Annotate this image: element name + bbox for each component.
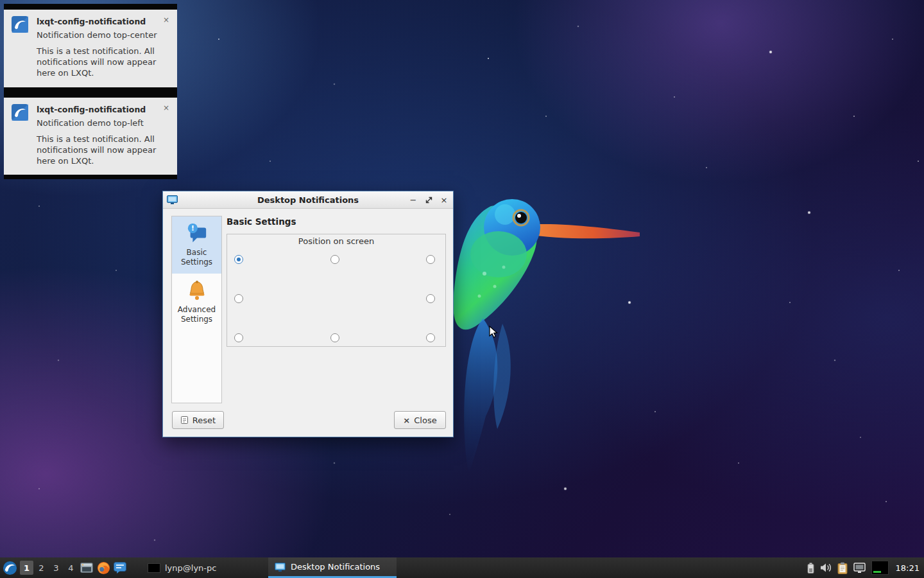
desktop-notifications-window: Desktop Notifications − × ! Basic Settin… <box>162 191 454 437</box>
task-button-terminal[interactable]: lynp@lyn-pc <box>142 557 221 578</box>
quicklaunch-firefox-button[interactable] <box>95 557 112 578</box>
battery-indicator-icon[interactable] <box>807 563 814 574</box>
radio-bottom-center[interactable] <box>330 333 339 342</box>
restore-icon <box>425 197 432 204</box>
display-settings-icon[interactable] <box>853 563 866 574</box>
volume-icon[interactable] <box>820 563 832 573</box>
restore-button[interactable] <box>424 195 434 205</box>
window-icon <box>167 195 178 204</box>
notification-stack: lxqt-config-notificationd × Notification… <box>4 4 177 179</box>
workspace-4-button[interactable]: 4 <box>64 561 78 575</box>
notification-card[interactable]: lxqt-config-notificationd × Notification… <box>4 4 177 92</box>
sidebar-item-advanced-settings[interactable]: Advanced Settings <box>172 274 221 331</box>
app-menu-button[interactable] <box>0 557 19 578</box>
mouse-cursor <box>486 324 499 338</box>
task-label: Desktop Notifications <box>291 562 380 572</box>
sidebar-item-label: Advanced Settings <box>178 305 216 324</box>
close-icon: × <box>403 416 410 425</box>
lxqt-logo-icon <box>3 561 17 575</box>
advanced-settings-bell-icon <box>186 279 208 301</box>
reset-icon <box>180 416 189 425</box>
system-tray: 18:21 <box>807 557 924 578</box>
close-dialog-button[interactable]: × Close <box>394 411 446 429</box>
settings-sidebar: ! Basic Settings Advanced Settings <box>171 216 222 403</box>
reset-button-label: Reset <box>193 416 216 425</box>
basic-settings-icon: ! <box>186 222 208 244</box>
sidebar-item-label: Basic Settings <box>181 248 212 267</box>
minimize-button[interactable]: − <box>408 195 418 205</box>
lxqt-app-icon <box>11 103 29 121</box>
radio-bottom-left[interactable] <box>234 333 243 342</box>
notification-summary: Notification demo top-center <box>37 30 170 40</box>
section-title: Basic Settings <box>227 216 296 227</box>
radio-top-left[interactable] <box>234 255 243 264</box>
wallpaper-stars <box>0 0 1 1</box>
position-on-screen-group: Position on screen <box>227 234 446 347</box>
radio-middle-left[interactable] <box>234 294 243 303</box>
workspace-2-button[interactable]: 2 <box>35 561 48 575</box>
notification-summary: Notification demo top-left <box>37 118 170 128</box>
chat-icon <box>114 562 126 574</box>
titlebar[interactable]: Desktop Notifications − × <box>163 191 453 209</box>
terminal-icon <box>80 563 93 573</box>
taskbar-clock[interactable]: 18:21 <box>896 563 920 573</box>
notification-app-name: lxqt-config-notificationd <box>37 15 160 26</box>
notification-close-icon[interactable]: × <box>162 15 170 24</box>
radio-top-right[interactable] <box>426 255 435 264</box>
reset-button[interactable]: Reset <box>172 411 224 429</box>
window-icon <box>275 563 286 572</box>
radio-bottom-right[interactable] <box>426 333 435 342</box>
hummingbird-wallpaper-art <box>446 190 648 479</box>
notification-card[interactable]: lxqt-config-notificationd × Notification… <box>4 92 177 180</box>
svg-text:!: ! <box>191 223 194 232</box>
quicklaunch-terminal-button[interactable] <box>78 557 95 578</box>
radio-top-center[interactable] <box>330 255 339 264</box>
notification-close-icon[interactable]: × <box>162 103 170 112</box>
taskbar: 1 2 3 4 <box>0 557 924 578</box>
workspace-1-button[interactable]: 1 <box>20 561 33 575</box>
group-title: Position on screen <box>227 236 445 246</box>
lxqt-app-icon <box>11 15 29 33</box>
sidebar-item-basic-settings[interactable]: ! Basic Settings <box>172 216 221 274</box>
notification-app-name: lxqt-config-notificationd <box>37 103 160 114</box>
workspace-3-button[interactable]: 3 <box>49 561 63 575</box>
notification-body: This is a test notification. All notific… <box>37 46 170 78</box>
terminal-preview-thumbnail <box>148 563 160 573</box>
close-button[interactable]: × <box>439 195 449 205</box>
firefox-icon <box>97 561 110 575</box>
system-monitor-widget[interactable] <box>871 561 889 575</box>
quicklaunch-chat-button[interactable] <box>112 557 128 578</box>
clipboard-icon[interactable] <box>837 562 848 574</box>
task-label: lynp@lyn-pc <box>165 563 216 573</box>
radio-middle-right[interactable] <box>426 294 435 303</box>
notification-body: This is a test notification. All notific… <box>37 134 170 166</box>
task-button-desktop-notifications[interactable]: Desktop Notifications <box>268 557 397 578</box>
close-button-label: Close <box>414 416 436 425</box>
